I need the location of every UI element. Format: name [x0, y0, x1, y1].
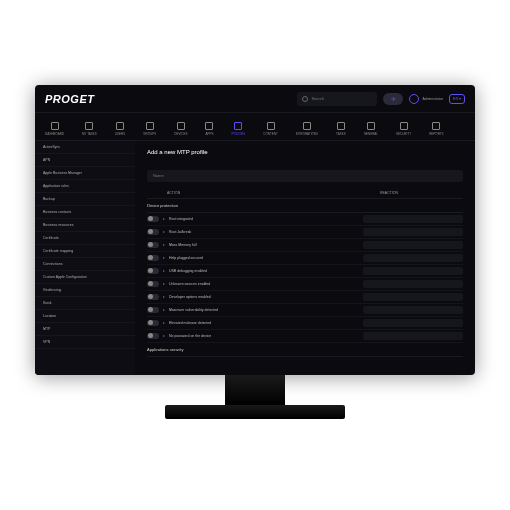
action-label: Mass Memory full — [169, 243, 359, 247]
search-box[interactable] — [297, 92, 377, 106]
nav-icon — [432, 122, 440, 130]
action-label: Developer options enabled — [169, 295, 359, 299]
sidebar-item[interactable]: Connections — [35, 258, 135, 271]
reaction-select[interactable] — [363, 215, 463, 223]
reaction-select[interactable] — [363, 280, 463, 288]
sidebar-item[interactable]: Application rules — [35, 180, 135, 193]
nav-label: DASHBOARD — [45, 132, 64, 136]
rule-row: ▸Root integrated — [147, 213, 463, 226]
nav-icon — [267, 122, 275, 130]
nav-item[interactable]: USERS — [115, 122, 125, 136]
toggle[interactable] — [147, 294, 159, 300]
nav-label: SECURITY — [396, 132, 411, 136]
sidebar-item[interactable]: MTP — [35, 323, 135, 336]
toggle[interactable] — [147, 333, 159, 339]
chevron-icon: ▸ — [163, 307, 165, 312]
nav-item[interactable]: DASHBOARD — [45, 122, 64, 136]
section-header[interactable]: Applications security — [147, 343, 463, 357]
chevron-icon: ▸ — [163, 229, 165, 234]
chevron-icon: ▸ — [163, 333, 165, 338]
toggle[interactable] — [147, 268, 159, 274]
sidebar-item[interactable]: Certificate mapping — [35, 245, 135, 258]
rule-row: ▸Mass Memory full — [147, 239, 463, 252]
toggle[interactable] — [147, 242, 159, 248]
nav-label: CONTENT — [263, 132, 278, 136]
nav-item[interactable]: GROUPS — [143, 122, 156, 136]
nav-item[interactable]: APPS — [205, 122, 213, 136]
search-input[interactable] — [311, 96, 371, 101]
nav-item[interactable]: POLICIES — [231, 122, 245, 136]
sidebar-item[interactable]: Kiosk — [35, 297, 135, 310]
action-label: Unknown sources enabled — [169, 282, 359, 286]
nav-item[interactable]: REPORTS — [429, 122, 443, 136]
toggle[interactable] — [147, 281, 159, 287]
nav-item[interactable]: INTEGRATIONS — [296, 122, 318, 136]
reaction-select[interactable] — [363, 293, 463, 301]
sidebar-item[interactable]: APN — [35, 154, 135, 167]
sidebar-item[interactable]: VPN — [35, 336, 135, 349]
nav-icon — [205, 122, 213, 130]
nav-label: POLICIES — [231, 132, 245, 136]
nav-icon — [85, 122, 93, 130]
sidebar-item[interactable]: Certificate — [35, 232, 135, 245]
action-label: Help plugged secured — [169, 256, 359, 260]
action-label: Root integrated — [169, 217, 359, 221]
action-label: No password on the device — [169, 334, 359, 338]
avatar — [409, 94, 419, 104]
nav-item[interactable]: MY TASKS — [82, 122, 97, 136]
rule-row: ▸Root Jailbreak — [147, 226, 463, 239]
rule-row: ▸Developer options enabled — [147, 291, 463, 304]
nav-label: INTEGRATIONS — [296, 132, 318, 136]
toggle[interactable] — [147, 255, 159, 261]
rule-row: ▸Maximum vulnerability detected — [147, 304, 463, 317]
sidebar-item[interactable]: Apple Business Manager — [35, 167, 135, 180]
chevron-icon: ▸ — [163, 268, 165, 273]
reaction-select[interactable] — [363, 306, 463, 314]
nav-item[interactable]: DEVICES — [174, 122, 187, 136]
sidebar-item[interactable]: Business contacts — [35, 206, 135, 219]
reaction-select[interactable] — [363, 332, 463, 340]
col-reaction: REACTION — [315, 191, 463, 195]
notification-button[interactable]: 👁 — [383, 93, 403, 105]
toggle[interactable] — [147, 307, 159, 313]
nav-label: APPS — [205, 132, 213, 136]
language-selector[interactable]: EN▾ — [449, 94, 465, 104]
reaction-select[interactable] — [363, 254, 463, 262]
sidebar-item[interactable]: Custom Apple Configuration — [35, 271, 135, 284]
reaction-select[interactable] — [363, 241, 463, 249]
profile-name-input[interactable] — [147, 170, 463, 182]
rule-row: ▸Help plugged secured — [147, 252, 463, 265]
sidebar-item[interactable]: ActiveSync — [35, 141, 135, 154]
rule-row: ▸USB debugging enabled — [147, 265, 463, 278]
nav-item[interactable]: GENERAL — [364, 122, 378, 136]
nav-icon — [51, 122, 59, 130]
page-title: Add a new MTP profile — [147, 149, 463, 155]
nav-icon — [400, 122, 408, 130]
nav-item[interactable]: TASKS — [336, 122, 346, 136]
action-label: Maximum vulnerability detected — [169, 308, 359, 312]
section-header[interactable]: Device protection — [147, 199, 463, 213]
reaction-select[interactable] — [363, 228, 463, 236]
sidebar-item[interactable]: Backup — [35, 193, 135, 206]
sidebar-item[interactable]: Geofencing — [35, 284, 135, 297]
nav-item[interactable]: SECURITY — [396, 122, 411, 136]
nav-icon — [337, 122, 345, 130]
sidebar: ActiveSyncAPNApple Business ManagerAppli… — [35, 141, 135, 375]
nav-icon — [367, 122, 375, 130]
rule-row: ▸Elevated malware detected — [147, 317, 463, 330]
chevron-icon: ▸ — [163, 281, 165, 286]
toggle[interactable] — [147, 320, 159, 326]
table-header: ACTION REACTION — [147, 188, 463, 199]
chevron-icon: ▸ — [163, 320, 165, 325]
action-label: Elevated malware detected — [169, 321, 359, 325]
toggle[interactable] — [147, 216, 159, 222]
nav-item[interactable]: CONTENT — [263, 122, 278, 136]
rule-row: ▸Unknown sources enabled — [147, 278, 463, 291]
user-menu[interactable]: Administrator — [409, 94, 443, 104]
reaction-select[interactable] — [363, 267, 463, 275]
reaction-select[interactable] — [363, 319, 463, 327]
toggle[interactable] — [147, 229, 159, 235]
sidebar-item[interactable]: Business resources — [35, 219, 135, 232]
sidebar-item[interactable]: Location — [35, 310, 135, 323]
nav-label: MY TASKS — [82, 132, 97, 136]
